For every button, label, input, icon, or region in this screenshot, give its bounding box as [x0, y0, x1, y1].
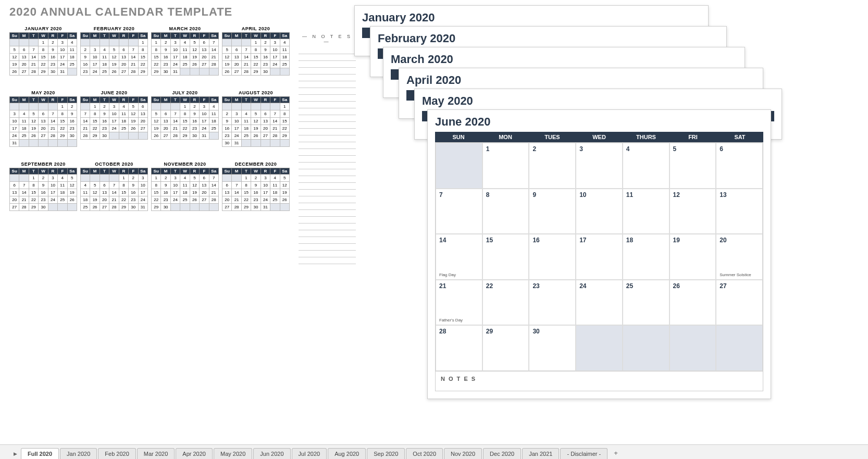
june-day-cell[interactable]: 22 [482, 280, 529, 326]
june-day-cell[interactable]: 24 [576, 280, 623, 326]
june-day-cell[interactable]: 27 [716, 280, 763, 326]
june-day-cell[interactable]: 25 [623, 280, 669, 326]
notes-line [299, 102, 356, 108]
sheet-tab[interactable]: Jan 2020 [60, 448, 97, 459]
june-day-cell[interactable]: 5 [669, 143, 716, 189]
june-day-number: 30 [532, 328, 572, 335]
tab-scroll-arrow-icon[interactable]: ▶ [11, 449, 19, 459]
sheet-tab[interactable]: Nov 2020 [444, 448, 482, 459]
june-day-cell[interactable]: 16 [529, 234, 576, 280]
june-day-cell[interactable]: 29 [482, 325, 529, 371]
mini-day-cell: 30 [222, 140, 232, 147]
mini-day-cell: 5 [190, 39, 199, 46]
june-day-cell[interactable]: 30 [529, 325, 576, 371]
sheet-tab[interactable]: Mar 2020 [137, 448, 175, 459]
sheet-tab[interactable]: Jul 2020 [292, 448, 327, 459]
june-day-cell[interactable]: 15 [482, 234, 529, 280]
mini-day-cell: 28 [270, 132, 280, 140]
mini-day-cell [48, 140, 57, 147]
june-day-cell[interactable] [716, 325, 763, 371]
sheet-tab[interactable]: May 2020 [214, 448, 252, 459]
mini-day-cell [209, 132, 218, 140]
notes-line [299, 75, 356, 81]
mini-day-cell: 30 [190, 132, 199, 140]
mini-day-cell: 22 [119, 196, 128, 204]
june-day-cell[interactable]: 8 [482, 189, 529, 234]
notes-line [299, 156, 356, 163]
june-day-cell[interactable]: 12 [669, 189, 716, 234]
sheet-tabs: ▶ Full 2020Jan 2020Feb 2020Mar 2020Apr 2… [0, 444, 868, 459]
sheet-tab[interactable]: - Disclaimer - [560, 448, 607, 459]
june-day-cell[interactable] [623, 325, 669, 371]
sheet-tab[interactable]: Full 2020 [21, 448, 59, 459]
mini-day-header: Su [152, 168, 161, 175]
june-day-cell[interactable]: 1 [482, 143, 529, 189]
mini-day-cell [270, 140, 280, 147]
sheet-tab[interactable]: Aug 2020 [328, 448, 366, 459]
june-day-cell[interactable]: 28 [436, 325, 482, 371]
mini-day-cell: 18 [241, 125, 251, 132]
june-day-cell[interactable]: 19 [669, 234, 716, 280]
big-day-header: WED [576, 132, 623, 142]
mini-day-cell: 12 [29, 118, 38, 125]
mini-day-cell [81, 175, 90, 182]
june-day-cell[interactable]: 18 [623, 234, 669, 280]
mini-day-cell: 14 [81, 118, 90, 125]
mini-day-cell: 14 [232, 189, 241, 196]
june-day-cell[interactable] [436, 143, 482, 189]
june-day-cell[interactable]: 4 [623, 143, 669, 189]
sheet-tab[interactable]: Dec 2020 [483, 448, 521, 459]
june-day-cell[interactable]: 14Flag Day [436, 234, 482, 280]
mini-day-cell: 6 [200, 175, 209, 182]
mini-day-cell [232, 175, 241, 182]
mini-day-cell: 24 [270, 61, 280, 68]
mini-day-cell: 4 [119, 103, 128, 110]
sheet-tab[interactable]: Oct 2020 [406, 448, 443, 459]
june-day-cell[interactable]: 17 [576, 234, 623, 280]
notes-column: — N O T E S — [299, 34, 356, 264]
mini-day-cell: 12 [129, 110, 138, 118]
mini-day-cell [100, 175, 109, 182]
mini-day-cell [222, 175, 232, 182]
mini-day-cell: 17 [10, 125, 19, 132]
june-day-cell[interactable] [576, 325, 623, 371]
june-day-cell[interactable] [669, 325, 716, 371]
june-day-cell[interactable]: 2 [529, 143, 576, 189]
mini-day-cell: 30 [161, 68, 170, 76]
mini-day-cell: 20 [200, 189, 209, 196]
mini-month: JULY 2020SuMTWRFSa1234567891011121314151… [151, 90, 219, 147]
mini-day-header: T [241, 33, 251, 39]
june-day-number: 19 [673, 237, 713, 244]
june-day-cell[interactable]: 11 [623, 189, 669, 234]
sheet-tab[interactable]: Feb 2020 [98, 448, 135, 459]
mini-day-cell: 2 [161, 175, 170, 182]
june-day-cell[interactable]: 3 [576, 143, 623, 189]
mini-day-cell: 21 [81, 125, 90, 132]
june-day-cell[interactable]: 9 [529, 189, 576, 234]
sheet-tab[interactable]: Apr 2020 [176, 448, 213, 459]
notes-line [299, 183, 356, 190]
june-day-number: 23 [532, 282, 572, 290]
june-day-cell[interactable]: 23 [529, 280, 576, 326]
sheet-tab[interactable]: Sep 2020 [367, 448, 405, 459]
mini-day-cell: 4 [180, 175, 190, 182]
mini-day-cell: 19 [152, 125, 161, 132]
june-day-cell[interactable]: 20Summer Solstice [716, 234, 763, 280]
mini-day-cell: 15 [152, 54, 161, 61]
june-notes-row[interactable]: N O T E S [435, 371, 763, 391]
june-day-cell[interactable]: 26 [669, 280, 716, 326]
mini-day-cell: 10 [261, 182, 270, 189]
june-day-cell[interactable]: 13 [716, 189, 763, 234]
notes-line [299, 88, 356, 95]
june-day-cell[interactable]: 10 [576, 189, 623, 234]
june-day-cell[interactable]: 7 [436, 189, 482, 234]
sheet-tab[interactable]: Jan 2021 [522, 448, 559, 459]
mini-day-cell: 2 [190, 103, 199, 110]
month-page-title: April 2020 [406, 73, 755, 87]
sheet-tab[interactable]: Jun 2020 [253, 448, 290, 459]
june-day-cell[interactable]: 6 [716, 143, 763, 189]
mini-day-cell: 9 [39, 182, 48, 189]
add-sheet-button[interactable]: + [609, 447, 623, 459]
mini-day-header: Sa [138, 97, 147, 103]
june-day-cell[interactable]: 21Father's Day [436, 280, 482, 326]
